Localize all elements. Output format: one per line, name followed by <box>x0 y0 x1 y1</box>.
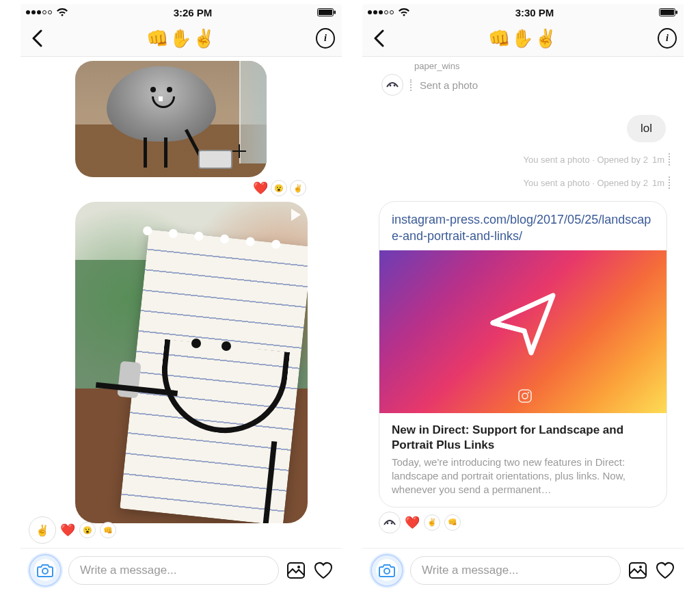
gallery-button[interactable] <box>286 562 306 579</box>
svg-point-18 <box>639 566 642 568</box>
sent-status-text: You sent a photo · Opened by 2 <box>524 155 648 165</box>
reactor-avatar[interactable]: 😮 <box>79 522 96 538</box>
signal-dots-icon <box>368 10 394 14</box>
sender-username: paper_wins <box>414 61 675 71</box>
ephemeral-indicator-icon <box>669 176 670 189</box>
reaction-row: ❤️ 😮 ✌️ <box>29 180 306 196</box>
svg-point-13 <box>528 391 529 393</box>
composer: Write a message... <box>21 548 342 592</box>
svg-rect-7 <box>660 10 674 15</box>
sent-status-text: You sent a photo · Opened by 2 <box>524 178 648 188</box>
svg-rect-2 <box>334 11 336 14</box>
paper-plane-icon <box>493 295 553 353</box>
camera-icon <box>379 564 395 577</box>
message-photo-rock[interactable] <box>75 61 267 177</box>
status-right <box>659 8 678 17</box>
composer: Write a message... <box>362 548 684 592</box>
back-button[interactable] <box>27 29 46 47</box>
camera-button[interactable] <box>29 554 62 587</box>
status-time: 3:26 PM <box>68 7 317 18</box>
sender-avatar[interactable] <box>379 512 401 533</box>
message-bubble-outgoing[interactable]: lol <box>627 115 666 142</box>
battery-icon <box>659 8 678 17</box>
camera-button[interactable] <box>371 554 403 587</box>
disappearing-photo-row[interactable]: Sent a photo <box>381 74 675 96</box>
message-video-paper[interactable] <box>75 202 308 523</box>
link-title: New in Direct: Support for Landscape and… <box>379 413 667 456</box>
status-bar: 3:26 PM <box>21 4 342 21</box>
info-button[interactable]: i <box>316 28 335 49</box>
nav-bar: 👊✋✌️ i <box>362 21 684 57</box>
link-description: Today, we're introducing two new feature… <box>379 456 667 507</box>
status-left <box>368 8 410 17</box>
reaction-row: ❤️ ✌️ 👊 <box>379 512 675 533</box>
status-right <box>317 8 336 17</box>
svg-point-14 <box>387 522 389 524</box>
ephemeral-indicator-icon <box>669 153 670 166</box>
sent-status-row: You sent a photo · Opened by 2 1m <box>371 153 670 166</box>
nav-bar: 👊✋✌️ i <box>21 21 342 57</box>
heart-outline-icon <box>314 562 333 579</box>
link-preview-card[interactable]: instagram-press.com/blog/2017/05/25/land… <box>379 201 667 508</box>
svg-point-9 <box>390 85 392 87</box>
message-placeholder: Write a message... <box>80 564 176 577</box>
chat-scroll[interactable]: ❤️ 😮 ✌️ ✌️ ❤️ 😮 👊 <box>21 57 342 548</box>
reactor-avatar[interactable]: ✌️ <box>290 180 306 196</box>
svg-point-10 <box>394 85 396 87</box>
svg-point-5 <box>297 566 300 568</box>
gallery-icon <box>287 562 305 579</box>
link-url: instagram-press.com/blog/2017/05/25/land… <box>379 202 667 250</box>
chat-scroll[interactable]: paper_wins Sent a photo lol You sent a p… <box>362 57 684 548</box>
signal-dots-icon <box>26 10 52 14</box>
sender-avatar[interactable] <box>381 74 403 96</box>
svg-point-16 <box>384 568 390 574</box>
reaction-row-bottom: ✌️ ❤️ 😮 👊 <box>29 516 116 544</box>
svg-rect-8 <box>676 11 678 14</box>
like-button[interactable] <box>655 562 675 579</box>
reactor-avatar[interactable]: 👊 <box>100 522 116 538</box>
status-left <box>26 8 68 17</box>
chat-title: 👊✋✌️ <box>394 28 652 49</box>
info-icon: i <box>658 28 677 49</box>
reactor-avatar[interactable]: 👊 <box>444 514 461 531</box>
instagram-glyph-icon <box>519 390 531 402</box>
camera-icon <box>37 564 53 577</box>
message-input[interactable]: Write a message... <box>68 556 279 585</box>
play-icon <box>291 209 301 221</box>
message-text: lol <box>641 122 652 135</box>
reactor-avatar[interactable]: ✌️ <box>424 514 440 531</box>
back-button[interactable] <box>369 29 388 47</box>
link-preview-image <box>379 250 667 413</box>
message-placeholder: Write a message... <box>422 564 518 577</box>
gallery-button[interactable] <box>628 562 648 579</box>
heart-icon: ❤️ <box>405 515 420 530</box>
chat-title: 👊✋✌️ <box>52 28 310 49</box>
heart-icon: ❤️ <box>253 181 268 196</box>
sent-status-time: 1m <box>652 155 664 165</box>
sent-status-time: 1m <box>652 178 664 188</box>
info-icon: i <box>316 28 335 49</box>
message-input[interactable]: Write a message... <box>410 556 621 585</box>
svg-point-3 <box>42 568 48 574</box>
status-bar: 3:30 PM <box>362 4 684 21</box>
gallery-icon <box>629 562 647 579</box>
reactor-avatar[interactable]: 😮 <box>271 180 287 196</box>
sent-status-row: You sent a photo · Opened by 2 1m <box>371 176 670 189</box>
svg-rect-11 <box>519 390 531 402</box>
svg-point-15 <box>391 522 393 524</box>
phone-screen-left: 3:26 PM 👊✋✌️ i ❤️ 😮 <box>21 4 342 592</box>
phone-screen-right: 3:30 PM 👊✋✌️ i paper_wins Sent a photo <box>362 4 684 592</box>
svg-rect-1 <box>319 10 332 15</box>
like-button[interactable] <box>313 562 334 579</box>
heart-icon: ❤️ <box>60 523 75 538</box>
wifi-icon <box>398 8 410 17</box>
sender-avatar[interactable]: ✌️ <box>29 516 56 544</box>
battery-icon <box>317 8 336 17</box>
svg-point-12 <box>522 393 528 399</box>
heart-outline-icon <box>656 562 675 579</box>
status-time: 3:30 PM <box>410 7 659 18</box>
sent-photo-label: Sent a photo <box>410 79 478 91</box>
info-button[interactable]: i <box>658 28 677 49</box>
wifi-icon <box>56 8 68 17</box>
